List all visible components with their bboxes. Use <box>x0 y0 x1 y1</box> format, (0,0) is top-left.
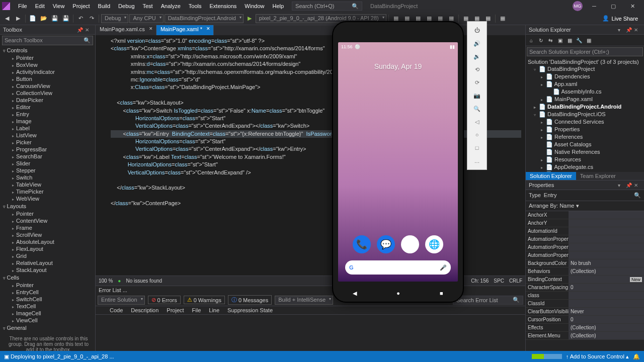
property-row[interactable]: CharacterSpacing0 <box>526 284 644 292</box>
toolbox-item[interactable]: Pointer <box>2 282 95 289</box>
error-search[interactable]: Search Error List🔍 <box>453 296 523 305</box>
property-row[interactable]: Behaviors(Collection) <box>526 267 644 276</box>
property-row[interactable]: AutomationProperti... <box>526 251 644 259</box>
save-all-icon[interactable]: 💾 <box>61 14 71 24</box>
toolbox-item[interactable]: TextCell <box>2 303 95 310</box>
notifications-icon[interactable]: 🔔 <box>633 353 640 360</box>
nav-back-icon[interactable]: ◀ <box>2 14 12 24</box>
toolbox-item[interactable]: DatePicker <box>2 97 95 104</box>
property-row[interactable]: AutomationId <box>526 227 644 235</box>
toolbox-item[interactable]: ScrollView <box>2 231 95 238</box>
phone-app-icon[interactable]: 📞 <box>353 235 371 253</box>
toolbox-item[interactable]: Slider <box>2 160 95 167</box>
toolbox-item[interactable]: CarouselView <box>2 82 95 89</box>
show-all-icon[interactable]: ▦ <box>565 36 574 45</box>
search-icon[interactable]: 🔍 <box>634 192 641 199</box>
toolbox-item[interactable]: Frame <box>2 224 95 231</box>
dropdown-icon[interactable]: ▾ <box>618 27 625 33</box>
toolbox-item[interactable]: ProgressBar <box>2 146 95 153</box>
start-debug-icon[interactable]: ▶ <box>245 14 255 24</box>
properties-icon[interactable]: 🔧 <box>575 36 584 45</box>
menu-test[interactable]: Test <box>139 2 157 11</box>
property-row[interactable]: CursorPosition0 <box>526 316 644 324</box>
play-store-icon[interactable]: ▶ <box>401 235 419 253</box>
menu-build[interactable]: Build <box>94 2 114 11</box>
emulator-control-icon[interactable]: 🔉 <box>467 50 487 63</box>
menu-analyze[interactable]: Analyze <box>157 2 185 11</box>
error-col-header[interactable]: Suppression State <box>223 307 277 313</box>
toolbox-item[interactable]: AbsoluteLayout <box>2 238 95 245</box>
tree-node[interactable]: 📄 AssemblyInfo.cs <box>527 88 643 96</box>
tree-node[interactable]: ▸📄 Dependencies <box>527 73 643 80</box>
tree-node[interactable]: 📄 Native References <box>527 148 643 156</box>
warnings-filter[interactable]: ⚠0 Warnings <box>184 296 225 304</box>
toolbox-item[interactable]: Image <box>2 118 95 125</box>
close-icon[interactable]: ✕ <box>634 27 641 33</box>
toolbox-item[interactable]: CollectionView <box>2 89 95 97</box>
emulator-control-icon[interactable]: ⟲ <box>467 63 487 76</box>
maximize-button[interactable]: ▢ <box>606 1 621 11</box>
emulator-control-icon[interactable]: ◁ <box>467 115 487 128</box>
error-col-header[interactable]: Line <box>205 307 223 313</box>
property-row[interactable]: AutomationProperti... <box>526 235 644 243</box>
toolbox-category[interactable]: Cells <box>2 274 95 282</box>
error-col-header[interactable]: File <box>188 307 205 313</box>
nav-fwd-icon[interactable]: ▶ <box>13 14 23 24</box>
toolbox-item[interactable]: Label <box>2 125 95 132</box>
emulator-control-icon[interactable]: … <box>467 154 487 167</box>
error-col-header[interactable]: Description <box>127 307 163 313</box>
platform-dropdown[interactable]: Any CPU <box>129 14 163 23</box>
minimize-button[interactable]: ─ <box>587 1 602 11</box>
toolbox-item[interactable]: Picker <box>2 139 95 146</box>
tree-node[interactable]: ▸📄 Connected Services <box>527 118 643 126</box>
messages-filter[interactable]: ⓘ0 Messages <box>228 295 272 305</box>
toolbox-item[interactable]: RelativeLayout <box>2 259 95 266</box>
property-row[interactable]: ClearButtonVisibilityNever <box>526 308 644 316</box>
error-col-header[interactable]: Code <box>106 307 127 313</box>
menu-window[interactable]: Window <box>240 2 268 11</box>
tool-icon[interactable]: ▦ <box>498 14 508 24</box>
editor-tab[interactable]: MainPage.xaml *✕ <box>156 25 214 35</box>
toolbox-item[interactable]: Pointer <box>2 210 95 217</box>
build-filter-dropdown[interactable]: Build + IntelliSense <box>275 296 333 305</box>
emulator-control-icon[interactable]: ⏻ <box>467 24 487 37</box>
tree-node[interactable]: ▸📄 MainPage.xaml <box>527 96 643 103</box>
toolbox-item[interactable]: Grid <box>2 252 95 259</box>
property-row[interactable]: BindingContextNew <box>526 276 644 284</box>
tree-node[interactable]: ▿📄 DataBindingProject <box>527 65 643 73</box>
error-col-header[interactable]: Project <box>163 307 188 313</box>
preview-icon[interactable]: ▦ <box>584 36 593 45</box>
menu-project[interactable]: Project <box>68 2 94 11</box>
solution-tree[interactable]: Solution 'DataBindingProject' (3 of 3 pr… <box>526 57 644 172</box>
open-icon[interactable]: 📂 <box>39 14 49 24</box>
pin-icon[interactable]: 📌 <box>626 183 633 188</box>
toolbox-item[interactable]: Pointer <box>2 54 95 61</box>
error-scope-dropdown[interactable]: Entire Solution <box>98 296 145 305</box>
emulator-control-icon[interactable]: ○ <box>467 128 487 141</box>
toolbox-search[interactable]: Search Toolbox🔍 <box>2 36 93 45</box>
google-search-bar[interactable]: G🎤 <box>345 260 451 275</box>
toolbox-item[interactable]: ActivityIndicator <box>2 68 95 75</box>
recents-icon[interactable]: ■ <box>440 290 443 297</box>
property-row[interactable]: BackgroundColorNo brush <box>526 259 644 267</box>
emulator-control-icon[interactable]: 🔍 <box>467 102 487 115</box>
source-control-button[interactable]: ↑ Add to Source Control ▴ <box>566 353 629 360</box>
menu-edit[interactable]: Edit <box>31 2 49 11</box>
errors-filter[interactable]: ⊘0 Errors <box>148 296 181 304</box>
toolbox-item[interactable]: SwitchCell <box>2 296 95 303</box>
toolbox-item[interactable]: ContentView <box>2 217 95 224</box>
emulator-control-icon[interactable]: 📷 <box>467 89 487 102</box>
tree-node[interactable]: ▸📄 Resources <box>527 156 643 163</box>
emulator-control-icon[interactable]: 🔊 <box>467 37 487 50</box>
pin-icon[interactable]: 📌 <box>77 27 84 33</box>
panel-tab[interactable]: Solution Explorer <box>526 172 576 180</box>
toolbox-category[interactable]: Controls <box>2 46 95 54</box>
property-row[interactable]: Element.Menu(Collection) <box>526 332 644 340</box>
toolbox-item[interactable]: Switch <box>2 174 95 181</box>
toolbox-item[interactable]: BoxView <box>2 61 95 68</box>
property-row[interactable]: AnchorY <box>526 219 644 227</box>
toolbox-item[interactable]: Button <box>2 75 95 82</box>
property-row[interactable]: AutomationProperti... <box>526 243 644 251</box>
toolbox-item[interactable]: FlexLayout <box>2 245 95 252</box>
refresh-icon[interactable]: ↻ <box>536 36 545 45</box>
